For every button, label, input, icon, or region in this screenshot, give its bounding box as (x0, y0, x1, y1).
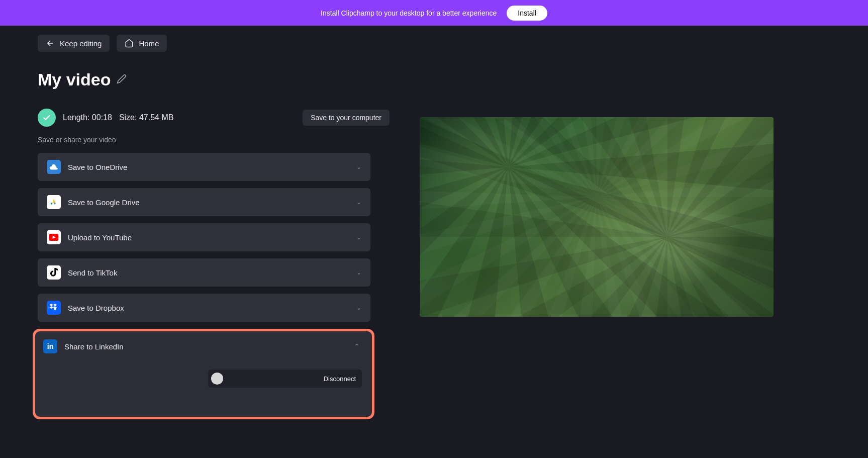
video-title: My video (38, 70, 111, 89)
share-option-tiktok[interactable]: Send to TikTok ⌄ (38, 258, 370, 287)
share-label: Save to OneDrive (68, 163, 127, 171)
share-option-onedrive[interactable]: Save to OneDrive ⌄ (38, 153, 370, 181)
chevron-down-icon: ⌄ (356, 163, 361, 170)
home-button[interactable]: Home (117, 35, 167, 52)
avatar (211, 373, 223, 385)
install-banner: Install Clipchamp to your desktop for a … (0, 0, 868, 26)
edit-title-icon[interactable] (117, 74, 127, 86)
disconnect-button[interactable]: Disconnect (324, 375, 356, 383)
share-label: Share to LinkedIn (64, 342, 124, 351)
arrow-left-icon (46, 39, 55, 48)
install-button[interactable]: Install (507, 6, 547, 21)
dropbox-icon (47, 301, 61, 315)
share-option-dropbox[interactable]: Save to Dropbox ⌄ (38, 294, 370, 322)
home-label: Home (139, 39, 159, 48)
save-to-computer-button[interactable]: Save to your computer (303, 110, 390, 126)
share-option-linkedin-expanded: in Share to LinkedIn ⌃ Disconnect (33, 329, 374, 419)
video-preview-thumbnail[interactable] (420, 117, 774, 317)
share-label: Send to TikTok (68, 268, 117, 277)
share-label: Save to Google Drive (68, 198, 140, 207)
banner-text: Install Clipchamp to your desktop for a … (321, 9, 497, 17)
chevron-down-icon: ⌄ (356, 199, 361, 206)
onedrive-icon (47, 160, 61, 174)
chevron-down-icon: ⌄ (356, 234, 361, 241)
video-size-label: Size: 47.54 MB (119, 113, 174, 122)
keep-editing-label: Keep editing (60, 39, 102, 48)
share-label: Upload to YouTube (68, 233, 132, 242)
keep-editing-button[interactable]: Keep editing (38, 35, 110, 52)
share-subtitle: Save or share your video (38, 136, 410, 144)
linkedin-header[interactable]: in Share to LinkedIn ⌃ (41, 337, 366, 355)
success-check-icon (38, 109, 56, 127)
share-option-youtube[interactable]: Upload to YouTube ⌄ (38, 223, 370, 251)
share-label: Save to Dropbox (68, 304, 124, 312)
tiktok-icon (47, 265, 61, 280)
chevron-down-icon: ⌄ (356, 304, 361, 311)
close-icon[interactable]: ⌃ (354, 342, 364, 350)
chevron-down-icon: ⌄ (356, 269, 361, 276)
share-option-gdrive[interactable]: Save to Google Drive ⌄ (38, 188, 370, 216)
linkedin-icon: in (43, 339, 57, 353)
video-length-label: Length: 00:18 (63, 113, 112, 122)
youtube-icon (47, 230, 61, 244)
linkedin-account-row: Disconnect (208, 370, 362, 388)
home-icon (125, 39, 134, 48)
gdrive-icon (47, 195, 61, 209)
